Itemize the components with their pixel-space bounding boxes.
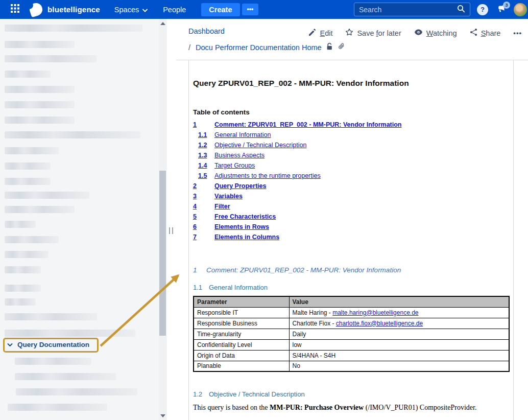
sidebar-item-redacted[interactable] [5,55,97,62]
toc-link[interactable]: Query Properties [214,182,266,190]
sidebar-gutter [167,19,176,420]
sidebar-item-redacted[interactable] [5,101,75,108]
chevron-down-icon [7,341,13,348]
toc-entry: 1.2Objective / Technical Description [193,140,509,150]
share-button[interactable]: Share [470,28,501,38]
toc-num-link[interactable]: 4 [193,203,197,210]
toc-num-link[interactable]: 5 [193,213,197,220]
search-icon[interactable] [457,5,465,15]
notification-count-badge: 3 [503,2,510,9]
app-switcher-button[interactable] [8,3,21,16]
toc-link[interactable]: Elements in Columns [214,234,279,241]
sidebar-resize-handle[interactable] [169,227,173,234]
unlock-icon[interactable] [326,42,333,52]
sidebar-scrollbar-thumb[interactable] [159,171,166,336]
toc-num-link[interactable]: 7 [193,234,197,241]
paperclip-icon[interactable] [338,42,345,52]
toc-link[interactable]: Comment: ZPURV01_REP_002 - MM-PUR: Vendo… [214,121,402,128]
sidebar-item-redacted[interactable] [5,285,41,292]
toc-num-link[interactable]: 1.3 [198,152,207,159]
sidebar-item-redacted[interactable] [5,251,49,258]
toc-num-link[interactable]: 1.4 [198,162,207,169]
spaces-menu[interactable]: Spaces [114,6,148,14]
help-button[interactable]: ? [477,4,488,15]
toc-link[interactable]: Objective / Technical Description [214,142,306,149]
toc-link[interactable]: General Information [214,131,271,138]
sidebar-item-redacted[interactable] [5,298,36,306]
toc-entry: 2Query Properties [193,181,509,191]
sidebar-item-redacted[interactable] [5,71,51,78]
toc-link[interactable]: Variables [214,193,243,200]
chevron-down-icon [142,6,148,14]
toc-link[interactable]: Adjustments to the runtime properties [214,172,321,179]
sidebar-item-redacted[interactable] [5,116,75,124]
sidebar-item-redacted[interactable] [8,404,107,411]
save-for-later-label: Save for later [357,29,401,37]
toc-num-link[interactable]: 1.2 [198,142,207,149]
sidebar-item-redacted[interactable] [5,206,75,213]
sidebar-scrollbar[interactable] [159,19,166,420]
toc-num-link[interactable]: 1.1 [198,131,207,138]
email-link[interactable]: charlotte.fiox@bluetelligence.de [336,320,423,327]
edit-button[interactable]: Edit [308,29,332,38]
toc-num-link[interactable]: 3 [193,193,197,200]
create-button[interactable]: Create [201,3,239,16]
people-menu-label: People [163,6,186,14]
toc-link[interactable]: Free Characteristics [214,213,276,220]
scroll-down-icon[interactable] [160,414,165,417]
people-menu[interactable]: People [163,6,186,14]
sidebar-item-redacted[interactable] [15,373,116,380]
toc-num-link[interactable]: 2 [193,182,197,190]
sidebar-item-redacted[interactable] [5,25,142,32]
toc-entry: 1.3Business Aspects [193,150,509,160]
save-for-later-button[interactable]: Save for later [345,28,401,38]
sidebar-item-redacted[interactable] [5,330,135,337]
toc-num-link[interactable]: 6 [193,223,197,230]
space-sidebar: Query Documentation [0,19,167,420]
top-navbar: bluetelligence Spaces People Create ••• … [0,0,528,19]
search-input[interactable] [359,6,457,14]
navbar-more-button[interactable]: ••• [242,4,259,15]
toc-link[interactable]: Target Groups [214,162,255,169]
watching-button[interactable]: Watching [414,29,457,37]
toc-heading: Table of contents [193,108,509,116]
sidebar-item-redacted[interactable] [5,147,59,154]
toc-num-link[interactable]: 1 [193,121,197,128]
scroll-up-icon[interactable] [160,22,165,25]
email-link[interactable]: malte.haring@bluetelligence.de [332,309,418,316]
search-box[interactable] [354,3,470,16]
sidebar-item-redacted[interactable] [5,236,59,243]
sidebar-item-redacted[interactable] [5,313,97,320]
column-header-parameter: Parameter [194,296,289,307]
page-more-actions-button[interactable]: ••• [513,29,522,37]
sidebar-item-redacted[interactable] [16,388,137,395]
brand-name: bluetelligence [47,5,100,14]
section-1-2-paragraph: This query is based on the MM-PUR: Purch… [193,404,509,412]
sidebar-item-redacted[interactable] [5,178,51,185]
table-row: Responsible BusinessCharlotte Fiox - cha… [194,318,509,329]
sidebar-item-query-documentation[interactable]: Query Documentation [7,341,89,348]
eye-icon [414,29,423,37]
toc-entry: 5Free Characteristics [193,212,509,222]
toc-link[interactable]: Elements in Rows [214,223,269,230]
toc-link[interactable]: Business Aspects [214,152,265,159]
toc-num-link[interactable]: 1.5 [198,172,207,179]
main-content: Dashboard / Docu Performer Documentation… [176,19,528,420]
breadcrumb-dashboard-link[interactable]: Dashboard [188,27,225,35]
sidebar-item-redacted[interactable] [5,266,41,273]
toc-entry: 1.1General Information [193,130,509,140]
table-row: Origin of DataS/4HANA - S4H [194,350,509,361]
user-avatar[interactable] [514,3,527,16]
sidebar-item-redacted[interactable] [5,221,36,228]
toc-entry: 3Variables [193,191,509,201]
sidebar-item-redacted[interactable] [5,192,89,199]
sidebar-item-redacted[interactable] [5,162,51,170]
sidebar-item-redacted[interactable] [5,41,75,48]
notifications-button[interactable]: 3 [495,4,507,16]
sidebar-item-redacted[interactable] [5,86,75,93]
confluence-app: bluetelligence Spaces People Create ••• … [0,0,528,420]
sidebar-item-redacted[interactable] [5,131,140,138]
sidebar-item-redacted[interactable] [15,358,91,365]
breadcrumb-current-page-link[interactable]: Docu Performer Documentation Home [196,43,322,52]
toc-link[interactable]: Filter [214,203,230,210]
